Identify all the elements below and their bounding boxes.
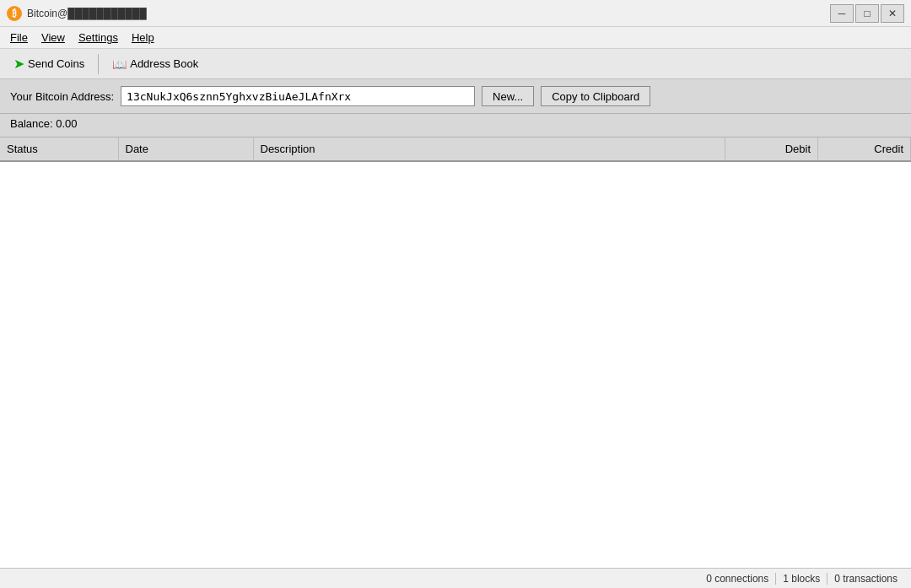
balance-value: 0.00 [56,117,77,130]
status-bar-right: 0 connections 1 blocks 0 transactions [699,573,904,585]
transactions-status: 0 transactions [827,573,904,585]
status-bar: 0 connections 1 blocks 0 transactions [0,568,911,588]
table-header-row: Status Date Description Debit Credit [0,138,911,161]
title-bar: ₿ Bitcoin@███████████ ─ □ ✕ [0,0,911,27]
send-icon: ➤ [13,56,24,72]
address-book-icon: 📖 [112,57,127,71]
send-coins-label: Send Coins [28,57,84,70]
balance-label: Balance: 0.00 [10,117,78,130]
title-bar-left: ₿ Bitcoin@███████████ [7,6,147,21]
copy-to-clipboard-button[interactable]: Copy to Clipboard [541,86,650,106]
column-header-description: Description [253,138,725,161]
address-book-button[interactable]: 📖 Address Book [105,55,205,73]
bitcoin-address-input[interactable] [121,86,475,106]
new-address-button[interactable]: New... [482,86,534,106]
column-header-credit: Credit [818,138,911,161]
minimize-button[interactable]: ─ [830,4,854,23]
close-button[interactable]: ✕ [881,4,904,23]
menu-view[interactable]: View [35,30,72,46]
column-header-debit: Debit [725,138,818,161]
send-coins-button[interactable]: ➤ Send Coins [7,53,91,74]
menu-settings[interactable]: Settings [72,30,125,46]
address-book-label: Address Book [130,57,198,70]
connections-status: 0 connections [699,573,775,585]
transaction-table: Status Date Description Debit Credit [0,138,911,162]
maximize-button[interactable]: □ [855,4,879,23]
menu-bar: File View Settings Help [0,27,911,49]
toolbar-separator [98,54,99,74]
transaction-table-container: Status Date Description Debit Credit [0,138,911,568]
blocks-status: 1 blocks [775,573,827,585]
table-header: Status Date Description Debit Credit [0,138,911,161]
menu-help[interactable]: Help [125,30,161,46]
toolbar: ➤ Send Coins 📖 Address Book [0,49,911,79]
address-row: Your Bitcoin Address: New... Copy to Cli… [10,86,901,106]
bitcoin-icon: ₿ [7,6,22,21]
svg-text:₿: ₿ [12,8,17,19]
column-header-status: Status [0,138,118,161]
menu-file[interactable]: File [3,30,35,46]
empty-table-area [0,162,911,568]
window-title: Bitcoin@███████████ [27,8,147,19]
title-bar-controls: ─ □ ✕ [830,4,904,23]
column-header-date: Date [118,138,253,161]
address-label: Your Bitcoin Address: [10,90,114,103]
address-area: Your Bitcoin Address: New... Copy to Cli… [0,79,911,114]
balance-area: Balance: 0.00 [0,114,911,138]
